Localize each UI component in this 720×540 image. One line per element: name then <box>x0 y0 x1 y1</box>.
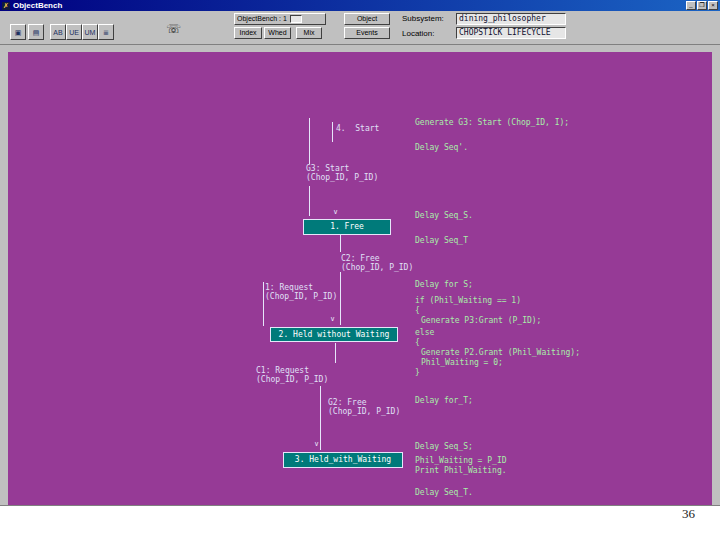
arrowhead-icon: ∨ <box>314 440 319 447</box>
arrowhead-icon: ∨ <box>333 208 338 215</box>
list-icon[interactable]: ≣ <box>98 24 114 40</box>
lifeline <box>340 235 341 252</box>
arrowhead-icon: ∨ <box>330 315 335 322</box>
slide: ✗ ObjectBench _ ❐ × ▣ ▤ AB UE UM ≣ ☏ Obj… <box>0 0 720 540</box>
event-label: 1: Request (Chop_ID, P_ID) <box>265 283 337 301</box>
toolbar: ▣ ▤ AB UE UM ≣ ☏ ObjectBench : 1 Index W… <box>0 11 720 45</box>
code-annotation: Generate P2.Grant (Phil_Waiting); <box>421 348 580 357</box>
ab-tool-icon[interactable]: AB <box>50 24 66 40</box>
close-button[interactable]: × <box>708 1 718 10</box>
whed-button[interactable]: Whed <box>264 27 291 39</box>
lifeline <box>332 122 333 142</box>
code-annotation: { <box>415 338 420 347</box>
code-annotation: Delay for_T; <box>415 396 473 405</box>
scene-icon[interactable]: ▣ <box>10 24 26 40</box>
index-button[interactable]: Index <box>234 27 262 39</box>
code-annotation: Print Phil_Waiting. <box>415 466 507 475</box>
subsystem-label: Subsystem: <box>402 14 444 23</box>
lifeline <box>340 272 341 325</box>
titlebar: ✗ ObjectBench _ ❐ × <box>0 0 720 11</box>
mix-button[interactable]: Mix <box>296 27 322 39</box>
lifeline <box>320 386 321 450</box>
state-box[interactable]: 3. Held_with_Waiting <box>283 452 403 468</box>
events-button[interactable]: Events <box>344 27 390 39</box>
minimize-button[interactable]: _ <box>686 1 696 10</box>
event-label: G3: Start (Chop_ID, P_ID) <box>306 164 378 182</box>
um-tool-icon[interactable]: UM <box>82 24 98 40</box>
object-button[interactable]: Object <box>344 13 390 25</box>
code-annotation: Delay Seq_S. <box>415 211 473 220</box>
lifeline <box>335 343 336 363</box>
event-label: 4. Start <box>336 124 379 133</box>
objectbench-count-field <box>290 15 302 23</box>
event-label: G2: Free (Chop_ID, P_ID) <box>328 398 400 416</box>
code-annotation: if (Phil_Waiting == 1) <box>415 296 521 305</box>
phone-icon[interactable]: ☏ <box>166 22 181 36</box>
lifeline <box>309 186 310 216</box>
objectbench-indicator: ObjectBench : 1 <box>234 13 326 25</box>
subsystem-field[interactable]: dining_philosopher <box>456 13 566 25</box>
event-label: C1: Request (Chop_ID, P_ID) <box>256 366 328 384</box>
diagram-canvas[interactable]: ∨∨∨1. Free2. Held without Waiting3. Held… <box>8 52 712 505</box>
code-annotation: Generate P3:Grant (P_ID); <box>421 316 541 325</box>
code-annotation: } <box>415 368 420 377</box>
code-annotation: Delay Seq_T. <box>415 488 473 497</box>
state-box[interactable]: 1. Free <box>303 219 391 235</box>
lifeline <box>309 118 310 164</box>
lifeline <box>263 282 264 326</box>
slide-number: 36 <box>682 506 695 522</box>
code-annotation: Generate G3: Start (Chop_ID, I); <box>415 118 569 127</box>
objectbench-indicator-label: ObjectBench : 1 <box>237 14 287 24</box>
code-annotation: Phil_Waiting = 0; <box>421 358 503 367</box>
state-box[interactable]: 2. Held without Waiting <box>270 327 398 342</box>
event-label: C2: Free (Chop_ID, P_ID) <box>341 254 413 272</box>
maximize-button[interactable]: ❐ <box>697 1 707 10</box>
code-annotation: Delay Seq_S; <box>415 442 473 451</box>
objectbench-window: ✗ ObjectBench _ ❐ × ▣ ▤ AB UE UM ≣ ☏ Obj… <box>0 0 720 506</box>
location-field[interactable]: CHOPSTICK LIFECYCLE <box>456 27 566 39</box>
code-annotation: { <box>415 306 420 315</box>
code-annotation: else <box>415 328 434 337</box>
app-icon: ✗ <box>2 2 10 10</box>
camera-icon[interactable]: ▤ <box>28 24 44 40</box>
code-annotation: Delay Seq_T <box>415 236 468 245</box>
location-label: Location: <box>402 29 434 38</box>
ue-tool-icon[interactable]: UE <box>66 24 82 40</box>
code-annotation: Delay for S; <box>415 280 473 289</box>
code-annotation: Delay Seq'. <box>415 143 468 152</box>
code-annotation: Phil_Waiting = P_ID <box>415 456 507 465</box>
window-title: ObjectBench <box>13 1 685 10</box>
